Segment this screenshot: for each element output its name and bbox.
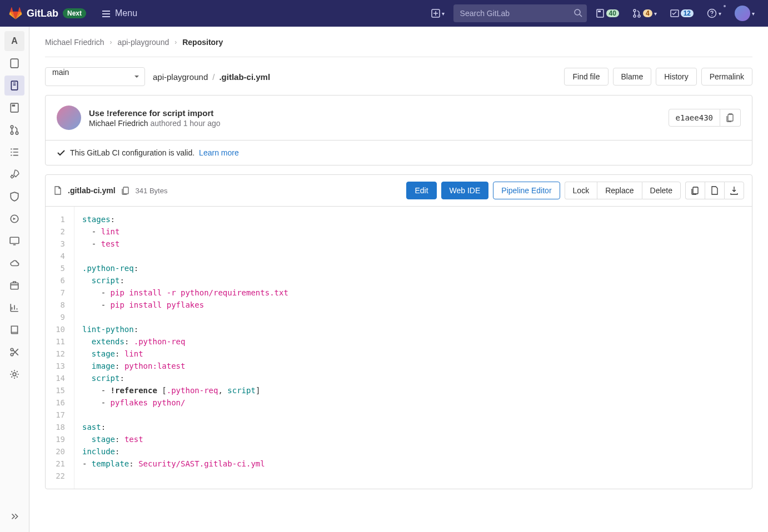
commit-sha[interactable]: e1aee430 <box>669 109 720 127</box>
sidebar-item-infra[interactable] <box>4 253 24 273</box>
sidebar-item-repository[interactable] <box>4 76 24 96</box>
chevron-down-icon: ▾ <box>654 11 657 17</box>
svg-rect-13 <box>12 104 16 106</box>
notification-dot <box>722 4 727 8</box>
page-wrap: A Michael Friedrich › api-playground › R… <box>0 27 768 532</box>
file-crud-group: Lock Replace Delete <box>565 182 681 199</box>
history-button[interactable]: History <box>656 68 697 86</box>
chevron-down-icon: ▾ <box>719 11 721 17</box>
replace-button[interactable]: Replace <box>597 182 641 199</box>
svg-point-9 <box>711 15 712 16</box>
sidebar-item-merge[interactable] <box>4 120 24 140</box>
chevron-right-icon: › <box>110 38 112 46</box>
todos-count: 12 <box>681 9 694 17</box>
breadcrumb-owner[interactable]: Michael Friedrich <box>45 38 104 47</box>
sidebar-item-issues[interactable] <box>4 98 24 118</box>
breadcrumb-current: Repository <box>182 38 223 47</box>
sidebar-item-settings[interactable] <box>4 364 24 384</box>
next-badge[interactable]: Next <box>63 8 86 18</box>
user-menu[interactable]: ▾ <box>730 2 759 24</box>
menu-toggle[interactable]: Menu <box>97 5 142 22</box>
sidebar-item-project[interactable]: A <box>4 31 24 51</box>
file-utility-group <box>685 182 744 199</box>
line-number-gutter: 12345678910111213141516171819202122 <box>46 207 74 489</box>
svg-rect-18 <box>10 237 19 243</box>
code-content[interactable]: stages: - lint - test .python-req: scrip… <box>74 207 752 489</box>
search-input[interactable] <box>453 4 587 22</box>
sidebar-item-monitor[interactable] <box>4 231 24 251</box>
svg-point-22 <box>13 373 16 376</box>
svg-point-21 <box>11 348 13 351</box>
chevron-right-icon: › <box>174 38 177 46</box>
help-menu[interactable]: ▾ <box>702 5 726 22</box>
sidebar-item-deployments[interactable] <box>4 209 24 229</box>
sidebar-item-snippets[interactable] <box>4 342 24 362</box>
menu-label: Menu <box>115 8 137 18</box>
sidebar-item-security[interactable] <box>4 187 24 207</box>
ci-learn-more-link[interactable]: Learn more <box>199 148 239 157</box>
svg-rect-10 <box>11 59 18 68</box>
edit-button[interactable]: Edit <box>406 182 436 199</box>
project-icon <box>9 58 19 68</box>
user-avatar <box>735 6 750 21</box>
path-repo[interactable]: api-playground <box>153 72 208 82</box>
todo-icon <box>670 9 679 18</box>
sidebar-item-wiki[interactable] <box>4 320 24 340</box>
breadcrumb: Michael Friedrich › api-playground › Rep… <box>45 38 752 57</box>
copy-contents-button[interactable] <box>685 182 705 199</box>
gitlab-logo-link[interactable]: GitLab <box>9 7 58 20</box>
breadcrumb-project[interactable]: api-playground <box>118 38 169 47</box>
commit-time: 1 hour ago <box>183 119 221 128</box>
sidebar-item-analytics[interactable] <box>4 298 24 318</box>
commit-title[interactable]: Use !reference for script import <box>89 108 661 118</box>
commit-avatar[interactable] <box>57 106 81 130</box>
gitlab-wordmark: GitLab <box>27 8 58 19</box>
svg-point-20 <box>11 353 13 356</box>
svg-rect-19 <box>11 283 18 289</box>
webide-button[interactable]: Web IDE <box>441 182 489 199</box>
new-menu[interactable]: ▾ <box>427 6 449 21</box>
file-panel: .gitlab-ci.yml 341 Bytes Edit Web IDE Pi… <box>45 174 752 489</box>
repo-icon <box>9 81 19 91</box>
file-icon <box>53 186 62 195</box>
clipboard-icon <box>691 186 700 195</box>
copy-path-icon[interactable] <box>121 186 130 195</box>
download-button[interactable] <box>724 182 744 199</box>
commit-header: Use !reference for script import Michael… <box>46 96 752 140</box>
sidebar-collapse-toggle[interactable] <box>4 506 24 526</box>
chart-icon <box>9 303 19 313</box>
hamburger-icon <box>102 9 111 18</box>
svg-point-16 <box>16 132 18 134</box>
branch-name: main <box>52 68 69 77</box>
find-file-button[interactable]: Find file <box>564 68 608 86</box>
check-icon <box>57 148 66 157</box>
blame-button[interactable]: Blame <box>613 68 652 86</box>
sidebar-item-packages[interactable] <box>4 275 24 295</box>
pipeline-editor-button[interactable]: Pipeline Editor <box>493 182 560 199</box>
delete-button[interactable]: Delete <box>642 182 681 199</box>
commit-authored-word: authored <box>150 119 181 128</box>
svg-point-14 <box>11 126 13 128</box>
issues-link[interactable]: 40 <box>591 6 624 21</box>
sidebar-item-requirements[interactable] <box>4 142 24 162</box>
merge-requests-link[interactable]: 4 ▾ <box>628 6 661 21</box>
download-icon <box>730 186 739 195</box>
lock-button[interactable]: Lock <box>565 182 597 199</box>
svg-point-4 <box>634 9 636 12</box>
sidebar-item-cicd[interactable] <box>4 164 24 184</box>
branch-select[interactable]: main <box>45 67 145 86</box>
top-navbar: GitLab Next Menu ▾ 40 4 ▾ 12 ▾ ▾ <box>0 0 768 27</box>
sidebar-item-info[interactable] <box>4 53 24 73</box>
copy-sha-button[interactable] <box>720 109 741 127</box>
commit-author[interactable]: Michael Friedrich <box>89 119 148 128</box>
todos-link[interactable]: 12 <box>666 6 698 21</box>
raw-button[interactable] <box>705 182 724 199</box>
file-header-actions: Edit Web IDE Pipeline Editor Lock Replac… <box>406 182 744 199</box>
svg-point-5 <box>634 15 636 17</box>
search-wrap <box>453 4 587 22</box>
scissors-icon <box>9 347 19 357</box>
issues-icon <box>596 9 605 18</box>
code-viewer: 12345678910111213141516171819202122 stag… <box>46 207 752 489</box>
search-icon <box>573 8 582 17</box>
permalink-button[interactable]: Permalink <box>701 68 752 86</box>
